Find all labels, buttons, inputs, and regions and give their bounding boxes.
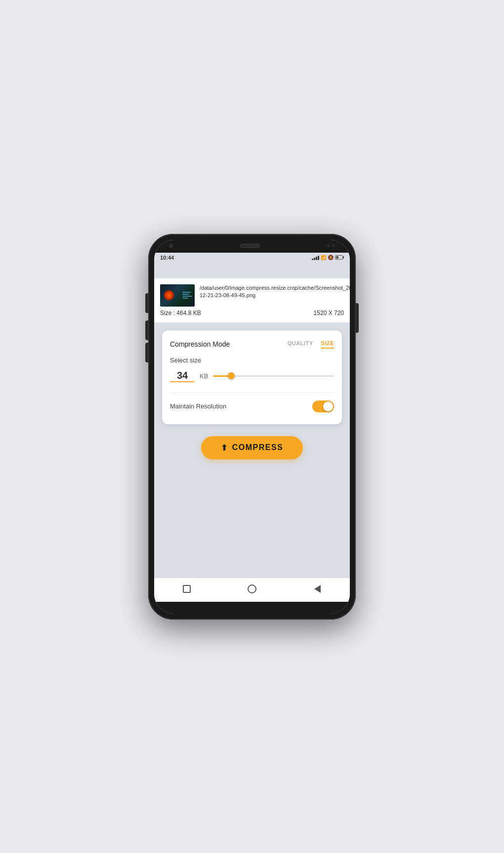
maintain-resolution-toggle[interactable] [312, 401, 334, 412]
nav-recents-button[interactable] [181, 583, 193, 595]
back-icon [314, 585, 321, 593]
thumbnail-preview [160, 284, 195, 307]
sensor-dot-2 [332, 244, 335, 247]
file-info-card: /data/user/0/image.compress.resize.crop/… [154, 278, 350, 322]
tab-size[interactable]: SIZE [321, 340, 334, 349]
thumb-line-2 [182, 294, 189, 295]
tab-quality[interactable]: QUALITY [288, 340, 313, 349]
toggle-knob [323, 402, 333, 411]
phone-screen: 10:44 📶 🔕 [154, 240, 350, 614]
phone-hardware-bottom [154, 602, 350, 614]
recents-icon [183, 585, 191, 593]
status-icons: 📶 🔕 [312, 255, 344, 260]
file-meta-row: Size : 464.8 KB 1520 X 720 [160, 309, 344, 316]
compression-mode-label: Compression Mode [170, 340, 230, 348]
thumb-line-4 [182, 298, 188, 299]
status-time: 10:44 [160, 255, 174, 261]
settings-card: Compression Mode QUALITY SIZE Select siz… [162, 330, 342, 424]
signal-bar-2 [314, 258, 315, 260]
file-size: Size : 464.8 KB [160, 310, 201, 316]
slider-thumb[interactable] [228, 372, 235, 379]
front-camera [169, 244, 173, 248]
compress-btn-label: COMPRESS [232, 443, 284, 452]
maintain-resolution-row: Maintain Resolution [170, 401, 334, 412]
bottom-navigation [154, 578, 350, 602]
battery-tip [343, 256, 344, 259]
signal-bar-4 [318, 256, 319, 260]
size-value-input[interactable] [170, 370, 195, 382]
divider [170, 392, 334, 393]
size-slider-container[interactable] [213, 371, 334, 381]
compress-icon: ⬆ [221, 443, 227, 452]
signal-type: 📶 [321, 255, 326, 260]
signal-bar-1 [312, 259, 313, 260]
compression-mode-row: Compression Mode QUALITY SIZE [170, 340, 334, 349]
phone-hardware-top [154, 240, 350, 253]
sensors [327, 244, 335, 247]
file-thumbnail [160, 284, 195, 307]
signal-bar-3 [316, 257, 317, 260]
thumb-lines [182, 292, 192, 299]
home-icon [248, 584, 256, 593]
size-input-row: KB [170, 370, 334, 382]
size-unit-label: KB [200, 372, 208, 380]
nav-back-button[interactable] [311, 583, 323, 595]
options-panel: Compression Mode QUALITY SIZE Select siz… [154, 322, 350, 578]
thumb-line-1 [182, 292, 191, 293]
top-gray-area [154, 263, 350, 278]
nav-home-button[interactable] [246, 583, 258, 595]
select-size-label: Select size [170, 357, 334, 364]
sensor-dot-1 [327, 244, 330, 247]
battery-fill [336, 256, 338, 259]
speaker [240, 244, 260, 248]
mute-icon: 🔕 [328, 255, 334, 260]
signal-icon [312, 255, 319, 260]
file-path: /data/user/0/image.compress.resize.crop/… [200, 284, 350, 300]
battery-body [335, 255, 343, 260]
thumb-circle [164, 290, 174, 300]
file-dimensions: 1520 X 720 [314, 310, 344, 316]
mode-tabs[interactable]: QUALITY SIZE [288, 340, 334, 349]
file-top-row: /data/user/0/image.compress.resize.crop/… [160, 284, 344, 307]
screen-content: /data/user/0/image.compress.resize.crop/… [154, 263, 350, 578]
maintain-resolution-label: Maintain Resolution [170, 403, 226, 410]
thumb-line-3 [182, 296, 192, 297]
status-bar: 10:44 📶 🔕 [154, 253, 350, 263]
phone-frame: 10:44 📶 🔕 [148, 234, 356, 620]
compress-button[interactable]: ⬆ COMPRESS [201, 436, 303, 459]
battery-icon [335, 255, 344, 260]
